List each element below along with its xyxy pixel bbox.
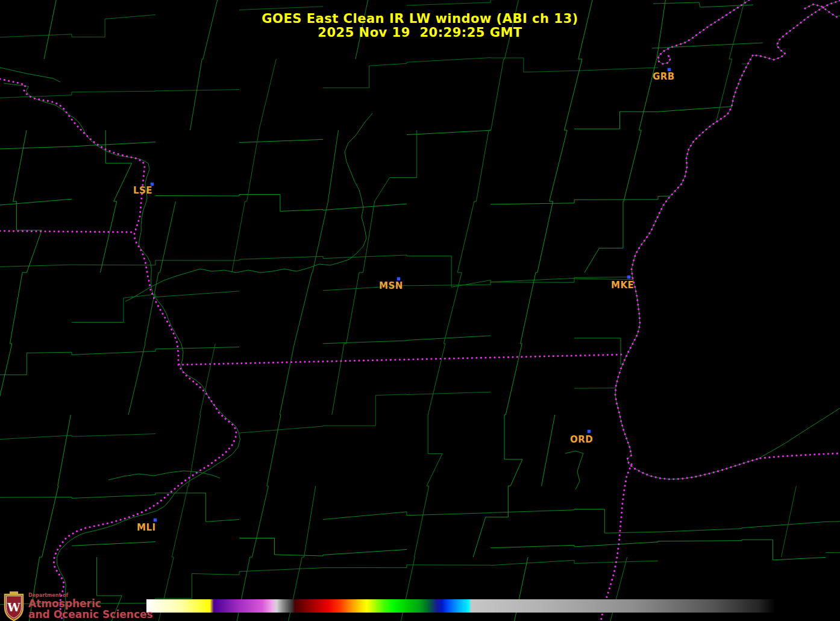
product-title: GOES East Clean IR LW window (ABI ch 13) bbox=[0, 12, 840, 26]
station-label-msn: MSN bbox=[379, 280, 403, 291]
station-dot-grb bbox=[668, 68, 671, 71]
station-marker-msn: MSN bbox=[379, 280, 403, 291]
station-dot-mke bbox=[627, 276, 630, 279]
station-dot-mli bbox=[154, 519, 157, 522]
svg-text:W: W bbox=[7, 601, 20, 614]
station-marker-grb: GRB bbox=[653, 71, 675, 82]
station-dot-msn bbox=[397, 277, 400, 280]
logo-oceanic-sciences: and Oceanic Sciences bbox=[28, 609, 153, 620]
uw-aos-logo-text: Department of Atmospheric and Oceanic Sc… bbox=[28, 591, 153, 620]
station-dot-lse bbox=[151, 183, 154, 186]
logo-atmospheric: Atmospheric bbox=[28, 598, 153, 609]
goes-ir-map-overlay bbox=[0, 0, 840, 621]
station-label-mke: MKE bbox=[611, 280, 634, 291]
station-label-ord: ORD bbox=[570, 434, 593, 445]
station-marker-mke: MKE bbox=[611, 279, 634, 291]
station-marker-mli: MLI bbox=[137, 522, 156, 533]
station-dot-ord bbox=[588, 430, 591, 433]
station-label-mli: MLI bbox=[137, 522, 156, 533]
station-label-grb: GRB bbox=[653, 71, 675, 82]
station-marker-lse: LSE bbox=[133, 184, 152, 196]
station-label-lse: LSE bbox=[133, 185, 152, 196]
image-timestamp: 2025 Nov 19 20:29:25 GMT bbox=[0, 26, 840, 40]
station-marker-ord: ORD bbox=[570, 433, 593, 445]
lake-michigan-water bbox=[615, 0, 840, 479]
uw-aos-logo: W Department of Atmospheric and Oceanic … bbox=[4, 591, 153, 621]
uw-crest-icon: W bbox=[4, 591, 24, 621]
satellite-image-viewport: GOES East Clean IR LW window (ABI ch 13)… bbox=[0, 0, 840, 621]
ir-temperature-colorbar bbox=[146, 599, 776, 613]
image-title-block: GOES East Clean IR LW window (ABI ch 13)… bbox=[0, 12, 840, 40]
